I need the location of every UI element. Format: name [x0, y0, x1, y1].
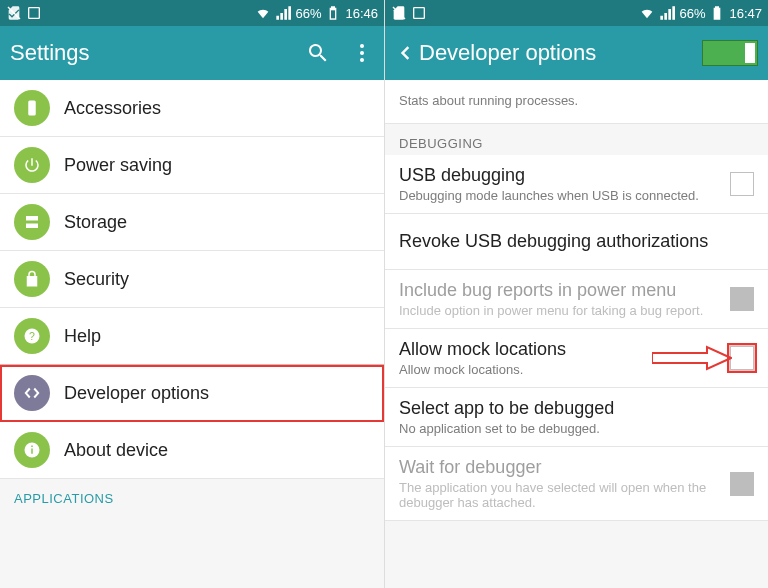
device-icon — [14, 90, 50, 126]
list-item-wait-debugger: Wait for debugger The application you ha… — [385, 447, 768, 521]
battery-percent: 66% — [295, 6, 321, 21]
item-title: Include bug reports in power menu — [399, 280, 730, 301]
overflow-icon[interactable] — [350, 41, 374, 65]
svg-point-3 — [360, 51, 364, 55]
info-icon — [14, 432, 50, 468]
list-item-power-saving[interactable]: Power saving — [0, 137, 384, 194]
code-icon — [14, 375, 50, 411]
list-item-storage[interactable]: Storage — [0, 194, 384, 251]
battery-icon — [325, 5, 341, 21]
wifi-icon — [639, 5, 655, 21]
list-item-usb-debugging[interactable]: USB debugging Debugging mode launches wh… — [385, 155, 768, 214]
action-bar: Settings — [0, 26, 384, 80]
wifi-icon — [255, 5, 271, 21]
item-title: Wait for debugger — [399, 457, 730, 478]
item-title: Revoke USB debugging authorizations — [399, 231, 754, 252]
list-item-security[interactable]: Security — [0, 251, 384, 308]
svg-rect-7 — [26, 224, 38, 229]
svg-point-2 — [360, 44, 364, 48]
page-title: Settings — [10, 40, 90, 66]
svg-rect-1 — [331, 10, 335, 18]
usb-debugging-checkbox[interactable] — [730, 172, 754, 196]
svg-text:?: ? — [29, 330, 35, 342]
list-item-mock-locations[interactable]: Allow mock locations Allow mock location… — [385, 329, 768, 388]
no-sim-icon — [391, 5, 407, 21]
item-sub: Debugging mode launches when USB is conn… — [399, 188, 730, 203]
mock-locations-checkbox[interactable] — [730, 346, 754, 370]
list-item-revoke-usb[interactable]: Revoke USB debugging authorizations — [385, 214, 768, 270]
screenshot-icon — [411, 5, 427, 21]
list-item-help[interactable]: ? Help — [0, 308, 384, 365]
item-sub: No application set to be debugged. — [399, 421, 754, 436]
item-label: Storage — [64, 212, 370, 233]
status-bar: 66% 16:47 — [385, 0, 768, 26]
dev-options-toggle[interactable] — [702, 40, 758, 66]
svg-rect-12 — [31, 446, 33, 448]
svg-rect-6 — [26, 216, 38, 221]
back-icon[interactable] — [395, 43, 415, 63]
section-applications: APPLICATIONS — [0, 479, 384, 510]
list-item-bug-reports: Include bug reports in power menu Includ… — [385, 270, 768, 329]
item-sub: Include option in power menu for taking … — [399, 303, 730, 318]
developer-options-screen: 66% 16:47 Developer options Stats about … — [384, 0, 768, 588]
section-debugging: DEBUGGING — [385, 124, 768, 155]
item-sub: Stats about running processes. — [399, 93, 754, 108]
search-icon[interactable] — [306, 41, 330, 65]
settings-list[interactable]: Accessories Power saving Storage Securit… — [0, 80, 384, 588]
list-item-process-stats[interactable]: Stats about running processes. — [385, 80, 768, 124]
svg-rect-5 — [28, 101, 36, 116]
signal-icon — [275, 5, 291, 21]
help-icon: ? — [14, 318, 50, 354]
settings-screen: 66% 16:46 Settings Accessories Power sav… — [0, 0, 384, 588]
power-icon — [14, 147, 50, 183]
screenshot-icon — [26, 5, 42, 21]
dev-options-list[interactable]: Stats about running processes. DEBUGGING… — [385, 80, 768, 588]
battery-percent: 66% — [679, 6, 705, 21]
item-label: About device — [64, 440, 370, 461]
signal-icon — [659, 5, 675, 21]
status-bar: 66% 16:46 — [0, 0, 384, 26]
svg-point-4 — [360, 58, 364, 62]
svg-rect-0 — [29, 8, 40, 19]
list-item-accessories[interactable]: Accessories — [0, 80, 384, 137]
item-label: Power saving — [64, 155, 370, 176]
svg-rect-13 — [414, 8, 425, 19]
bug-reports-checkbox — [730, 287, 754, 311]
list-item-select-debug-app[interactable]: Select app to be debugged No application… — [385, 388, 768, 447]
wait-debugger-checkbox — [730, 472, 754, 496]
action-bar: Developer options — [385, 26, 768, 80]
battery-icon — [709, 5, 725, 21]
svg-rect-11 — [31, 449, 33, 454]
lock-icon — [14, 261, 50, 297]
item-title: Select app to be debugged — [399, 398, 754, 419]
page-title: Developer options — [419, 40, 596, 66]
clock: 16:46 — [345, 6, 378, 21]
item-label: Security — [64, 269, 370, 290]
no-sim-icon — [6, 5, 22, 21]
item-sub: The application you have selected will o… — [399, 480, 730, 510]
list-item-developer-options[interactable]: Developer options — [0, 365, 384, 422]
clock: 16:47 — [729, 6, 762, 21]
item-label: Developer options — [64, 383, 370, 404]
storage-icon — [14, 204, 50, 240]
item-label: Help — [64, 326, 370, 347]
item-title: USB debugging — [399, 165, 730, 186]
list-item-about-device[interactable]: About device — [0, 422, 384, 479]
arrow-annotation — [652, 345, 732, 371]
item-label: Accessories — [64, 98, 370, 119]
item-title — [399, 85, 754, 91]
